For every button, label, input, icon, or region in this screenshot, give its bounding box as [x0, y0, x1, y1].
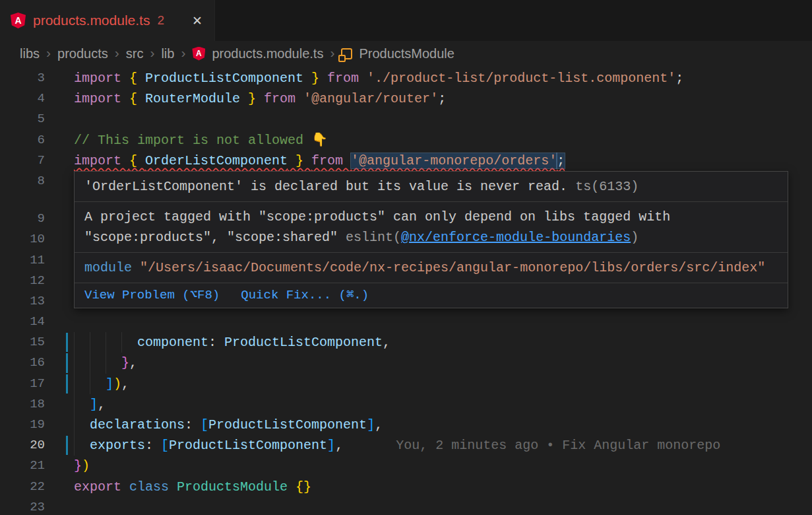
code-content: [74, 312, 812, 332]
code-token: :: [185, 417, 201, 432]
line-number[interactable]: 10: [0, 229, 45, 250]
code-line[interactable]: 3import { ProductListComponent } from '.…: [0, 68, 812, 88]
breadcrumb-item-lib[interactable]: lib: [161, 46, 174, 61]
line-number[interactable]: 3: [0, 68, 45, 88]
indent-guide: [74, 394, 75, 415]
code-line[interactable]: 4import { RouterModule } from '@angular/…: [0, 88, 812, 109]
line-number[interactable]: 8: [0, 171, 45, 191]
code-token: import: [74, 153, 129, 168]
tab-products-module[interactable]: products.module.ts 2 ✕: [0, 0, 215, 41]
line-number[interactable]: 17: [0, 374, 45, 394]
code-line[interactable]: 18 ],: [0, 394, 812, 415]
ts-error-text: 'OrderListComponent' is declared but its…: [84, 179, 567, 194]
line-number[interactable]: 23: [0, 497, 45, 515]
code-line[interactable]: 6// This import is not allowed 👇: [0, 130, 812, 151]
breadcrumb-item-file[interactable]: products.module.ts: [212, 46, 323, 61]
line-number[interactable]: 7: [0, 151, 45, 171]
eslint-rule-link[interactable]: @nx/enforce-module-boundaries: [401, 230, 631, 245]
code-line[interactable]: 17 ]),: [0, 374, 812, 394]
code-token: ProductListComponent: [169, 438, 327, 453]
line-number[interactable]: 6: [0, 130, 45, 151]
line-number[interactable]: 9: [0, 209, 45, 229]
code-token: ;: [438, 91, 446, 106]
hover-eslint-message: A project tagged with "scope:products" c…: [75, 201, 788, 252]
gutter-space: [45, 171, 74, 191]
indent-guide: [121, 332, 122, 353]
line-number[interactable]: 5: [0, 109, 45, 129]
error-hover-tooltip: 'OrderListComponent' is declared but its…: [74, 171, 788, 308]
indent-guide: [74, 353, 75, 373]
code-content: import { OrderListComponent } from '@ang…: [74, 151, 812, 171]
code-line[interactable]: 5: [0, 109, 812, 129]
line-number[interactable]: 11: [0, 250, 45, 271]
close-tab-icon[interactable]: ✕: [188, 11, 206, 30]
line-number[interactable]: 13: [0, 291, 45, 312]
code-token: [74, 397, 90, 412]
code-token: ,: [121, 376, 129, 392]
code-line[interactable]: 20 exports: [ProductListComponent],You, …: [0, 435, 812, 456]
code-token: }: [240, 91, 256, 106]
line-number[interactable]: 21: [0, 456, 45, 476]
chevron-right-icon: ›: [330, 46, 334, 61]
tab-problems-badge: 2: [157, 13, 164, 28]
code-token: }: [288, 153, 311, 168]
git-modified-marker: [45, 374, 74, 394]
code-line[interactable]: 19 declarations: [ProductListComponent],: [0, 415, 812, 435]
git-modified-marker: [45, 332, 74, 353]
code-token: }: [74, 458, 82, 473]
code-token: [74, 417, 90, 432]
breadcrumb-item-symbol[interactable]: ProductsModule: [359, 46, 454, 61]
line-number[interactable]: 15: [0, 332, 45, 353]
gutter-space: [45, 68, 74, 88]
line-number[interactable]: 4: [0, 88, 45, 109]
code-content: exports: [ProductListComponent],You, 2 m…: [74, 435, 812, 456]
code-content: // This import is not allowed 👇: [74, 130, 812, 151]
breadcrumb: libs › products › src › lib › products.m…: [0, 41, 812, 66]
gutter-space: [45, 229, 74, 250]
code-token: {: [129, 71, 145, 86]
indent-guide: [106, 332, 106, 353]
chevron-right-icon: ›: [181, 46, 185, 61]
code-line[interactable]: 21}): [0, 456, 812, 476]
breadcrumb-item-src[interactable]: src: [126, 46, 144, 61]
line-number[interactable]: 18: [0, 394, 45, 415]
code-token: ProductsModule: [177, 479, 296, 495]
code-line[interactable]: 22export class ProductsModule {}: [0, 477, 812, 497]
angular-file-icon: [192, 47, 205, 61]
gutter-space: [45, 88, 74, 109]
gutter-space: [45, 250, 74, 271]
code-token: ProductListComponent: [224, 335, 383, 350]
line-number[interactable]: 20: [0, 435, 45, 456]
line-number[interactable]: 19: [0, 415, 45, 435]
code-line[interactable]: 7import { OrderListComponent } from '@an…: [0, 151, 812, 171]
tab-title: products.module.ts: [33, 13, 150, 28]
code-token: ,: [98, 397, 106, 412]
code-token: './product-list/product-list.component': [367, 71, 675, 86]
hover-actions-bar: View Problem (⌥F8) Quick Fix... (⌘.): [75, 283, 788, 308]
quick-fix-action[interactable]: Quick Fix... (⌘.): [241, 286, 369, 305]
code-content: import { RouterModule } from '@angular/r…: [74, 88, 812, 109]
code-line[interactable]: 23: [0, 497, 812, 515]
line-number[interactable]: 16: [0, 353, 45, 373]
indent-guide: [90, 353, 90, 373]
view-problem-action[interactable]: View Problem (⌥F8): [84, 286, 220, 305]
breadcrumb-item-libs[interactable]: libs: [20, 46, 40, 61]
code-token: class: [129, 479, 177, 495]
code-line[interactable]: 16 },: [0, 353, 812, 373]
breadcrumb-item-products[interactable]: products: [57, 46, 108, 61]
code-token: {}: [296, 479, 311, 495]
module-keyword: module: [84, 260, 132, 275]
line-number[interactable]: 22: [0, 477, 45, 497]
code-token: [: [161, 438, 169, 453]
code-token: export: [74, 479, 129, 495]
code-line[interactable]: 14: [0, 312, 812, 332]
code-token: ProductListComponent: [208, 417, 367, 432]
gutter-space: [45, 312, 74, 332]
git-modified-marker: [45, 353, 74, 373]
code-line[interactable]: 15 component: ProductListComponent,: [0, 332, 812, 353]
code-token: exports: [90, 438, 145, 453]
code-token: ;: [675, 71, 683, 86]
line-number[interactable]: 12: [0, 271, 45, 291]
editor[interactable]: 3import { ProductListComponent } from '.…: [0, 66, 812, 515]
line-number[interactable]: 14: [0, 312, 45, 332]
